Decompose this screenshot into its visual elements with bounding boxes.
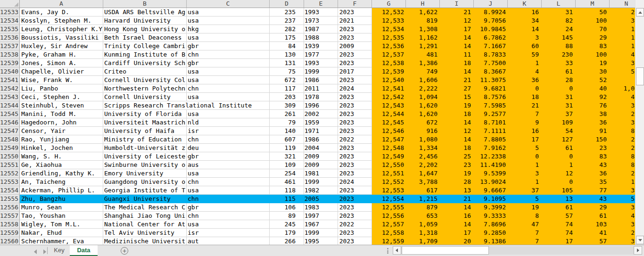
cell[interactable]: Schernhammer, Eva	[20, 237, 103, 245]
cell[interactable]: 7.8696	[474, 220, 508, 229]
cell[interactable]: 17	[508, 135, 542, 144]
cell[interactable]: 3	[610, 186, 635, 195]
cell[interactable]: usa	[187, 93, 270, 101]
cell[interactable]: 2	[610, 169, 635, 178]
row-header[interactable]: 12545	[0, 110, 20, 118]
cell[interactable]: 1993	[304, 8, 338, 17]
cell[interactable]: usa	[187, 186, 270, 195]
cell[interactable]: Harvard University	[103, 17, 187, 25]
cell[interactable]: 76	[576, 101, 610, 110]
cell[interactable]	[610, 76, 635, 84]
cell[interactable]: 2023	[338, 169, 372, 178]
cell[interactable]: 2023	[338, 152, 372, 161]
cell[interactable]: 321	[270, 152, 304, 161]
cell[interactable]: 8.9924	[474, 8, 508, 17]
cell[interactable]: 82	[542, 17, 576, 25]
cell[interactable]: gbr	[187, 59, 270, 67]
sheet-tab-key[interactable]: Key	[49, 245, 70, 256]
cell[interactable]: 1987	[304, 25, 338, 33]
cell[interactable]: 4	[610, 93, 635, 101]
cell[interactable]: 119	[270, 144, 304, 152]
cell[interactable]: 2021	[338, 17, 372, 25]
column-header-K[interactable]: K	[508, 0, 542, 8]
cell[interactable]: 109	[270, 161, 304, 169]
cell[interactable]: Swinburne University o	[103, 161, 187, 169]
cell[interactable]: 12.2338	[474, 152, 508, 161]
cell[interactable]: 1977	[304, 50, 338, 59]
cell[interactable]: 7.8805	[474, 135, 508, 144]
cell[interactable]: Guangxi University	[103, 195, 187, 203]
cell[interactable]: 8.7101	[474, 118, 508, 127]
cell[interactable]: 9.1386	[474, 237, 508, 245]
cell[interactable]: 23	[576, 144, 610, 152]
cell[interactable]: 1,318	[406, 229, 440, 237]
cell[interactable]: 31	[542, 93, 576, 101]
cell[interactable]: 18	[508, 93, 542, 101]
cell[interactable]: 1,308	[406, 25, 440, 33]
cell[interactable]: Georgia Institute of T	[103, 186, 187, 195]
column-header-G[interactable]: G	[372, 0, 406, 8]
cell[interactable]: 60	[508, 42, 542, 50]
cell[interactable]: 61	[542, 67, 576, 76]
cell[interactable]: 230	[542, 50, 576, 59]
cell[interactable]: 57	[576, 237, 610, 245]
cell[interactable]: 0	[542, 178, 576, 186]
cell[interactable]: 3	[610, 17, 635, 25]
cell[interactable]: 33	[542, 59, 576, 67]
cell[interactable]: 2023	[338, 229, 372, 237]
cell[interactable]: Trinity College Cambri	[103, 42, 187, 50]
cell[interactable]: 12,542	[372, 93, 406, 101]
cell[interactable]: 1	[610, 178, 635, 186]
cell[interactable]: 52	[576, 76, 610, 84]
cell[interactable]: 21	[440, 195, 474, 203]
cell[interactable]: 261	[270, 110, 304, 118]
cell[interactable]: 1	[610, 33, 635, 42]
cell[interactable]: 12,545	[372, 118, 406, 127]
cell[interactable]: 109	[542, 118, 576, 127]
cell[interactable]: 9.1095	[474, 195, 508, 203]
cell[interactable]: 9.6667	[474, 186, 508, 195]
cell[interactable]: 29	[576, 33, 610, 42]
cell[interactable]: nld	[187, 118, 270, 127]
row-header[interactable]: 12535	[0, 25, 20, 33]
cell[interactable]: 2005	[304, 195, 338, 203]
column-header-A[interactable]: A	[20, 0, 103, 8]
cell[interactable]: 1999	[304, 178, 338, 186]
cell[interactable]: 38	[576, 110, 610, 118]
cell[interactable]: 16	[508, 8, 542, 17]
cell[interactable]: 2	[610, 144, 635, 152]
cell[interactable]: aut	[187, 237, 270, 245]
cell[interactable]: 12,559	[372, 237, 406, 245]
cell[interactable]: 0	[508, 152, 542, 161]
cell[interactable]: 8	[610, 161, 635, 169]
cell[interactable]: 118	[270, 186, 304, 195]
cell[interactable]: 105	[542, 186, 576, 195]
cell[interactable]: 16	[440, 212, 474, 220]
cell[interactable]: 9.2850	[474, 229, 508, 237]
cell[interactable]: 12,555	[372, 203, 406, 212]
cell[interactable]: 1997	[304, 212, 338, 220]
cell[interactable]: 54	[542, 127, 576, 135]
cell[interactable]: chn	[187, 178, 270, 186]
cell[interactable]: 9.2577	[474, 110, 508, 118]
cell[interactable]: 74	[542, 229, 576, 237]
cell[interactable]: 2	[610, 110, 635, 118]
cell[interactable]: 16	[508, 127, 542, 135]
cell[interactable]: 461	[270, 178, 304, 186]
cell[interactable]: 1999	[304, 229, 338, 237]
cell[interactable]: 819	[406, 17, 440, 25]
cell[interactable]: 2023	[338, 50, 372, 59]
cell[interactable]: 309	[270, 101, 304, 110]
cell[interactable]: 2023	[338, 127, 372, 135]
cell[interactable]: 1995	[304, 237, 338, 245]
cell[interactable]: 29	[576, 203, 610, 212]
cell[interactable]: Wang, S. H.	[20, 152, 103, 161]
cell[interactable]: 61	[542, 144, 576, 152]
column-header-L[interactable]: L	[542, 0, 576, 8]
cell[interactable]: 43	[576, 161, 610, 169]
cell[interactable]: Hinkel, Jochen	[20, 144, 103, 152]
cell[interactable]: 1971	[304, 127, 338, 135]
cell[interactable]: 2023	[338, 8, 372, 17]
cell[interactable]: Kosslyn, Stephen M.	[20, 17, 103, 25]
cell[interactable]: Ministry of Education	[103, 135, 187, 144]
